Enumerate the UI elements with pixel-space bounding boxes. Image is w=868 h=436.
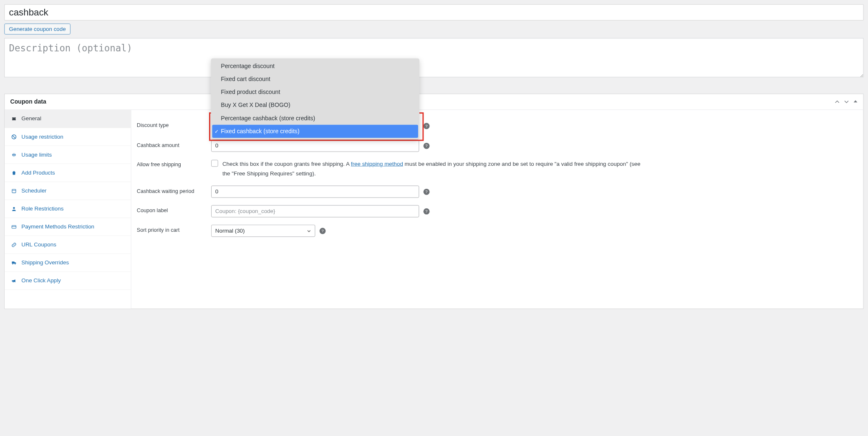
check-icon: ✓ (214, 128, 219, 134)
dropdown-option-fixed-cart-discount[interactable]: Fixed cart discount (212, 73, 418, 86)
help-icon[interactable]: ? (424, 123, 430, 129)
chevron-down-icon (307, 229, 311, 233)
equalizer-icon (11, 152, 17, 157)
tab-label: URL Coupons (21, 241, 56, 248)
card-icon (11, 224, 17, 229)
panel-header: Coupon data (5, 94, 863, 110)
panel-move-up-icon[interactable] (835, 99, 840, 104)
tab-label: One Click Apply (21, 278, 61, 284)
svg-line-1 (13, 135, 15, 138)
free-shipping-text-before: Check this box if the coupon grants free… (222, 161, 351, 167)
free-shipping-method-link[interactable]: free shipping method (351, 161, 403, 167)
dropdown-option-bogo[interactable]: Buy X Get X Deal (BOGO) (212, 99, 418, 112)
coupon-editor-wrap: Generate coupon code Coupon data (0, 0, 868, 313)
cashback-amount-label: Cashback amount (137, 139, 205, 148)
ban-icon (11, 134, 17, 139)
tab-scheduler[interactable]: Scheduler (5, 182, 131, 200)
cashback-waiting-period-input[interactable] (211, 186, 419, 198)
tab-label: Role Restrictions (21, 205, 63, 212)
tab-add-products[interactable]: Add Products (5, 164, 131, 182)
link-icon (11, 242, 17, 247)
dropdown-option-fixed-cashback[interactable]: ✓ Fixed cashback (store credits) (212, 125, 418, 138)
tab-one-click-apply[interactable]: One Click Apply (5, 272, 131, 290)
tab-label: Usage limits (21, 152, 52, 158)
svg-rect-9 (12, 226, 16, 228)
tab-label: Usage restriction (21, 134, 63, 140)
sort-priority-value: Normal (30) (215, 228, 245, 234)
coupon-code-input[interactable] (4, 4, 863, 20)
general-fields: Discount type ? Cashback amount ? Allow … (131, 110, 863, 309)
panel-move-down-icon[interactable] (844, 99, 849, 104)
panel-title: Coupon data (10, 99, 46, 105)
tab-role-restrictions[interactable]: Role Restrictions (5, 200, 131, 218)
help-icon[interactable]: ? (320, 228, 326, 234)
dropdown-option-label: Fixed cashback (store credits) (221, 128, 299, 134)
dropdown-option-percentage-discount[interactable]: Percentage discount (212, 60, 418, 73)
coupon-label-label: Coupon label (137, 205, 205, 214)
svg-rect-6 (12, 189, 16, 193)
svg-point-8 (13, 207, 15, 208)
allow-free-shipping-label: Allow free shipping (137, 159, 205, 168)
cashback-waiting-period-label: Cashback waiting period (137, 186, 205, 195)
bag-icon (11, 170, 17, 175)
calendar-icon (11, 188, 17, 193)
user-icon (11, 206, 17, 211)
tab-usage-restriction[interactable]: Usage restriction (5, 128, 131, 146)
svg-point-11 (13, 264, 13, 264)
tab-usage-limits[interactable]: Usage limits (5, 146, 131, 164)
ticket-icon (11, 116, 17, 122)
help-icon[interactable]: ? (424, 189, 430, 195)
help-icon[interactable]: ? (424, 143, 430, 149)
discount-type-label: Discount type (137, 120, 205, 129)
sort-priority-label: Sort priority in cart (137, 225, 205, 233)
coupon-description-textarea[interactable] (4, 38, 863, 77)
truck-icon (11, 260, 17, 266)
megaphone-icon (11, 278, 17, 284)
tab-general[interactable]: General (5, 110, 131, 128)
discount-type-dropdown: Percentage discount Fixed cart discount … (211, 58, 419, 139)
dropdown-option-fixed-product-discount[interactable]: Fixed product discount (212, 86, 418, 99)
help-icon[interactable]: ? (424, 208, 430, 215)
tab-payment-methods-restriction[interactable]: Payment Methods Restriction (5, 218, 131, 236)
dropdown-option-percentage-cashback[interactable]: Percentage cashback (store credits) (212, 112, 418, 125)
tab-label: Add Products (21, 170, 55, 176)
tab-shipping-overrides[interactable]: Shipping Overrides (5, 254, 131, 272)
free-shipping-description: Check this box if the coupon grants free… (222, 159, 644, 178)
coupon-label-input[interactable] (211, 205, 419, 217)
tab-label: Shipping Overrides (21, 259, 69, 266)
tab-label: General (21, 116, 41, 122)
allow-free-shipping-checkbox[interactable] (211, 160, 218, 167)
coupon-tabs: General Usage restriction Usage limits (5, 110, 131, 309)
coupon-data-panel: Coupon data General (4, 94, 863, 309)
sort-priority-select[interactable]: Normal (30) (211, 225, 315, 237)
tab-label: Payment Methods Restriction (21, 223, 94, 230)
generate-coupon-code-button[interactable]: Generate coupon code (4, 23, 70, 34)
panel-collapse-icon[interactable] (853, 99, 858, 104)
tab-url-coupons[interactable]: URL Coupons (5, 236, 131, 254)
tab-label: Scheduler (21, 188, 46, 194)
cashback-amount-input[interactable] (211, 139, 419, 152)
svg-point-12 (15, 264, 15, 264)
